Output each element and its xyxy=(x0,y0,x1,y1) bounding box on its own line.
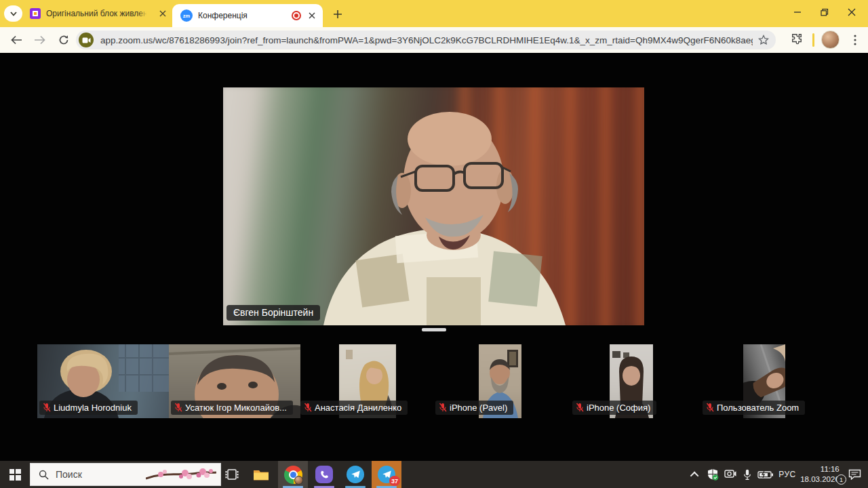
telegram-alert-taskbar-button[interactable]: 37 xyxy=(372,461,401,488)
task-view-button[interactable] xyxy=(218,461,245,488)
tab-title: Конференція xyxy=(198,11,248,20)
notification-count-badge: 1 xyxy=(836,474,846,485)
close-icon xyxy=(848,8,856,16)
window-restore-button[interactable] xyxy=(811,3,838,22)
camera-device-icon xyxy=(724,470,736,480)
windows-logo-icon xyxy=(9,469,21,481)
tab-close-icon[interactable] xyxy=(157,8,168,19)
participant-tile[interactable]: Анастасія Даниленко xyxy=(300,344,432,418)
desktop-screen: Оригінальний блок живлення zm Конференці… xyxy=(0,0,868,488)
viber-icon xyxy=(315,466,333,483)
browser-menu-icon[interactable] xyxy=(848,32,862,48)
battery-tray-button[interactable] xyxy=(755,461,776,488)
participant-tile[interactable]: Liudmyla Horodniuk xyxy=(37,344,169,418)
participant-name-label: Liudmyla Horodniuk xyxy=(39,401,138,415)
clock[interactable]: 11:16 18.03.2026 xyxy=(799,461,841,488)
purple-square-favicon xyxy=(30,8,41,19)
participant-tile[interactable]: iPhone (Pavel) xyxy=(432,344,564,418)
reload-button[interactable] xyxy=(56,32,72,48)
security-shield-icon xyxy=(707,468,719,481)
tab-active-conference[interactable]: zm Конференція xyxy=(172,4,323,27)
tray-expand-button[interactable] xyxy=(686,461,704,488)
microphone-icon xyxy=(743,469,751,481)
window-controls xyxy=(784,3,865,22)
system-tray: РУС 11:16 18.03.2026 1 xyxy=(686,461,868,488)
minimize-icon xyxy=(793,8,802,16)
folder-icon xyxy=(253,468,269,481)
bookmark-star-icon[interactable] xyxy=(758,35,769,45)
active-speaker-name: Євген Борінштейн xyxy=(226,305,320,321)
speaker-portrait xyxy=(223,87,644,325)
participant-name-label: Пользователь Zoom xyxy=(703,401,805,415)
camera-tray-button[interactable] xyxy=(722,461,739,488)
back-button[interactable] xyxy=(8,32,24,48)
participant-name-label: Анастасія Даниленко xyxy=(300,401,408,415)
tab-close-icon[interactable] xyxy=(307,10,317,21)
zoom-meeting-page: Євген Борінштейн xyxy=(0,53,868,461)
tab-title: Оригінальний блок живлення xyxy=(46,9,146,18)
viber-taskbar-button[interactable] xyxy=(309,461,339,488)
tray-date: 18.03.2026 xyxy=(800,474,840,485)
muted-mic-icon xyxy=(304,403,312,412)
url-text: app.zoom.us/wc/87618286993/join?ref_from… xyxy=(100,35,753,45)
chevron-down-icon xyxy=(9,9,18,18)
back-arrow-icon xyxy=(11,35,22,45)
defender-tray-button[interactable] xyxy=(704,461,722,488)
extensions-icon[interactable] xyxy=(791,33,803,45)
window-close-button[interactable] xyxy=(838,3,865,22)
battery-charging-icon xyxy=(757,470,774,479)
start-button[interactable] xyxy=(0,461,30,488)
cherry-blossom-decoration xyxy=(146,465,216,485)
toolbar-separator xyxy=(812,33,814,47)
recording-indicator-icon xyxy=(292,11,301,20)
telegram-taskbar-button[interactable] xyxy=(340,461,370,488)
forward-button[interactable] xyxy=(31,32,47,48)
participant-name-label: iPhone (Pavel) xyxy=(435,401,513,415)
chrome-profile-avatar xyxy=(294,476,303,485)
participant-tile[interactable]: Пользователь Zoom xyxy=(695,344,827,418)
participant-filmstrip: Liudmyla Horodniuk xyxy=(37,344,827,418)
language-indicator[interactable]: РУС xyxy=(776,461,799,488)
active-speaker-video[interactable]: Євген Борінштейн xyxy=(223,87,644,325)
task-view-icon xyxy=(225,468,239,481)
new-tab-button[interactable] xyxy=(331,7,344,21)
participant-name-label: Усатюк Ігор Миколайов... xyxy=(171,401,293,415)
muted-mic-icon xyxy=(576,403,584,412)
muted-mic-icon xyxy=(706,403,714,412)
restore-icon xyxy=(821,8,829,16)
filmstrip-drag-handle[interactable] xyxy=(422,328,446,331)
tab-search-button[interactable] xyxy=(4,5,22,22)
action-center-button[interactable]: 1 xyxy=(841,461,868,488)
reload-icon xyxy=(58,35,69,45)
participant-name-label: iPhone (София) xyxy=(572,401,656,415)
notification-count-badge: 37 xyxy=(389,476,400,486)
plus-icon xyxy=(333,9,342,19)
browser-toolbar: app.zoom.us/wc/87618286993/join?ref_from… xyxy=(0,27,868,53)
muted-mic-icon xyxy=(43,403,51,412)
zoom-favicon: zm xyxy=(180,9,193,22)
microphone-tray-button[interactable] xyxy=(739,461,755,488)
participant-tile[interactable]: Усатюк Ігор Миколайов... xyxy=(169,344,300,418)
telegram-icon xyxy=(347,466,364,483)
taskbar-search-box[interactable]: Поиск xyxy=(30,463,221,486)
forward-arrow-icon xyxy=(34,35,45,45)
muted-mic-icon xyxy=(174,403,182,412)
tab-title-fade xyxy=(138,5,149,22)
profile-avatar[interactable] xyxy=(821,30,840,49)
muted-mic-icon xyxy=(439,403,447,412)
browser-tab-strip: Оригінальний блок живлення zm Конференці… xyxy=(0,0,868,27)
chevron-up-icon xyxy=(690,471,698,480)
camera-in-use-icon[interactable] xyxy=(79,33,94,47)
search-placeholder: Поиск xyxy=(56,469,82,480)
tray-time: 11:16 xyxy=(821,464,840,474)
window-minimize-button[interactable] xyxy=(784,3,811,22)
windows-taskbar: Поиск xyxy=(0,461,868,488)
address-bar[interactable]: app.zoom.us/wc/87618286993/join?ref_from… xyxy=(76,30,776,49)
notification-icon xyxy=(848,469,861,480)
chrome-taskbar-button[interactable] xyxy=(278,461,308,488)
search-icon xyxy=(39,470,49,480)
tab-inactive[interactable]: Оригінальний блок живлення xyxy=(24,0,172,27)
participant-tile[interactable]: iPhone (София) xyxy=(564,344,695,418)
file-explorer-button[interactable] xyxy=(247,461,275,488)
